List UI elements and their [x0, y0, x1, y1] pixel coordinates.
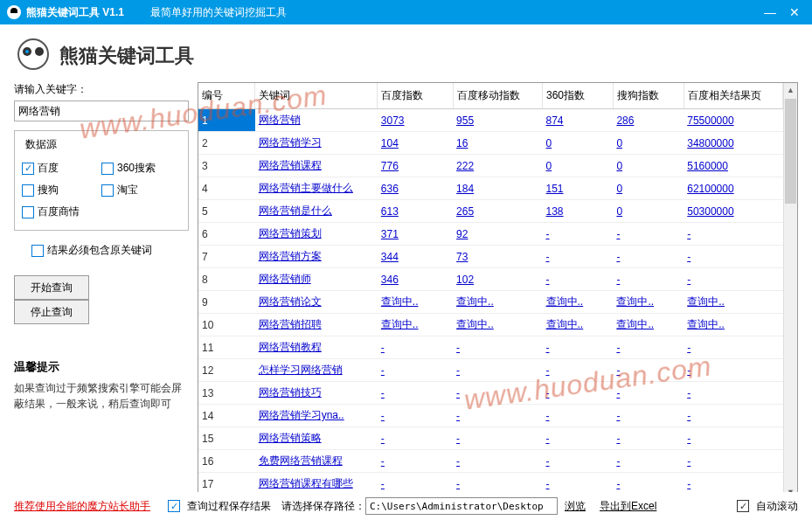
close-button[interactable]: ✕: [784, 3, 805, 21]
cell-link[interactable]: 0: [543, 132, 614, 155]
cell-link[interactable]: 网络营销主要做什么: [255, 177, 378, 200]
cell-link[interactable]: 网络营销课程: [255, 155, 378, 177]
cell-link[interactable]: 查询中..: [378, 291, 453, 314]
cell-link[interactable]: -: [378, 405, 453, 427]
table-row[interactable]: 10网络营销招聘查询中..查询中..查询中..查询中..查询中..: [198, 314, 783, 336]
cell-link[interactable]: 怎样学习网络营销: [255, 359, 378, 382]
cell-link[interactable]: -: [613, 223, 684, 246]
promo-link[interactable]: 推荐使用全能的魔方站长助手: [14, 499, 150, 514]
cell-link[interactable]: 网络营销论文: [255, 291, 378, 314]
cell-link[interactable]: -: [378, 427, 453, 450]
cell-link[interactable]: 查询中..: [543, 314, 614, 336]
cell-link[interactable]: 50300000: [684, 200, 782, 223]
cell-link[interactable]: 286: [613, 109, 684, 132]
cell-link[interactable]: -: [684, 450, 782, 473]
stop-button[interactable]: 停止查询: [14, 300, 89, 324]
cell-link[interactable]: 184: [453, 177, 542, 200]
cell-link[interactable]: -: [378, 382, 453, 405]
column-header[interactable]: 百度移动指数: [453, 83, 542, 109]
cell-link[interactable]: 151: [543, 177, 614, 200]
cell-link[interactable]: 网络营销学习: [255, 132, 378, 155]
cell-link[interactable]: 613: [378, 200, 453, 223]
save-path-input[interactable]: [365, 497, 558, 515]
column-header[interactable]: 编号: [198, 83, 255, 109]
cell-link[interactable]: 92: [453, 223, 542, 246]
cell-link[interactable]: 0: [613, 200, 684, 223]
table-row[interactable]: 4网络营销主要做什么636184151062100000: [198, 177, 783, 200]
cell-link[interactable]: 138: [543, 200, 614, 223]
column-header[interactable]: 百度相关结果页: [684, 83, 782, 109]
cell-link[interactable]: -: [613, 427, 684, 450]
minimize-button[interactable]: —: [760, 3, 781, 21]
scroll-up-icon[interactable]: ▲: [784, 83, 797, 97]
cell-link[interactable]: -: [613, 382, 684, 405]
cell-link[interactable]: -: [453, 359, 542, 382]
cell-link[interactable]: 636: [378, 177, 453, 200]
cell-link[interactable]: -: [543, 268, 614, 291]
source-sogou[interactable]: ✓搜狗: [22, 179, 101, 201]
cell-link[interactable]: 5160000: [684, 155, 782, 177]
cell-link[interactable]: -: [543, 405, 614, 427]
column-header[interactable]: 搜狗指数: [613, 83, 684, 109]
cell-link[interactable]: 查询中..: [613, 314, 684, 336]
cell-link[interactable]: 网络营销是什么: [255, 200, 378, 223]
table-row[interactable]: 1网络营销307395587428675500000: [198, 109, 783, 132]
cell-link[interactable]: -: [613, 359, 684, 382]
cell-link[interactable]: -: [453, 450, 542, 473]
cell-link[interactable]: -: [453, 405, 542, 427]
cell-link[interactable]: -: [684, 359, 782, 382]
table-row[interactable]: 16免费网络营销课程-----: [198, 450, 783, 473]
scrollbar[interactable]: ▲ ▼: [783, 83, 797, 499]
table-row[interactable]: 13网络营销技巧-----: [198, 382, 783, 405]
cell-link[interactable]: -: [684, 268, 782, 291]
cell-link[interactable]: -: [543, 450, 614, 473]
cell-link[interactable]: 网络营销技巧: [255, 382, 378, 405]
start-button[interactable]: 开始查询: [14, 275, 89, 300]
include-keyword-check[interactable]: ✓ 结果必须包含原关键词: [31, 243, 187, 258]
cell-link[interactable]: -: [613, 405, 684, 427]
cell-link[interactable]: 查询中..: [613, 291, 684, 314]
cell-link[interactable]: -: [613, 450, 684, 473]
table-row[interactable]: 5网络营销是什么613265138050300000: [198, 200, 783, 223]
cell-link[interactable]: 网络营销师: [255, 268, 378, 291]
cell-link[interactable]: 网络营销策略: [255, 427, 378, 450]
cell-link[interactable]: 73: [453, 246, 542, 268]
keyword-input[interactable]: [14, 101, 189, 121]
cell-link[interactable]: 102: [453, 268, 542, 291]
checkbox-checked-icon[interactable]: ✓: [737, 500, 749, 512]
cell-link[interactable]: 免费网络营销课程: [255, 450, 378, 473]
cell-link[interactable]: 371: [378, 223, 453, 246]
cell-link[interactable]: 104: [378, 132, 453, 155]
cell-link[interactable]: -: [684, 427, 782, 450]
cell-link[interactable]: 0: [543, 155, 614, 177]
cell-link[interactable]: 网络营销方案: [255, 246, 378, 268]
cell-link[interactable]: -: [453, 382, 542, 405]
cell-link[interactable]: -: [613, 246, 684, 268]
cell-link[interactable]: -: [684, 382, 782, 405]
table-row[interactable]: 2网络营销学习104160034800000: [198, 132, 783, 155]
cell-link[interactable]: -: [613, 268, 684, 291]
cell-link[interactable]: 查询中..: [684, 314, 782, 336]
cell-link[interactable]: 222: [453, 155, 542, 177]
cell-link[interactable]: -: [453, 427, 542, 450]
browse-link[interactable]: 浏览: [565, 499, 586, 514]
cell-link[interactable]: 346: [378, 268, 453, 291]
checkbox-checked-icon[interactable]: ✓: [168, 500, 180, 512]
cell-link[interactable]: -: [613, 336, 684, 359]
cell-link[interactable]: 查询中..: [543, 291, 614, 314]
cell-link[interactable]: 344: [378, 246, 453, 268]
cell-link[interactable]: -: [378, 450, 453, 473]
cell-link[interactable]: -: [543, 382, 614, 405]
table-row[interactable]: 11网络营销教程-----: [198, 336, 783, 359]
export-link[interactable]: 导出到Excel: [600, 499, 656, 514]
cell-link[interactable]: 75500000: [684, 109, 782, 132]
cell-link[interactable]: 0: [613, 177, 684, 200]
cell-link[interactable]: 776: [378, 155, 453, 177]
cell-link[interactable]: -: [684, 336, 782, 359]
cell-link[interactable]: 955: [453, 109, 542, 132]
source-taobao[interactable]: ✓淘宝: [101, 179, 181, 201]
source-360[interactable]: ✓360搜索: [101, 157, 181, 179]
cell-link[interactable]: 0: [613, 155, 684, 177]
cell-link[interactable]: 3073: [378, 109, 453, 132]
table-row[interactable]: 15网络营销策略-----: [198, 427, 783, 450]
